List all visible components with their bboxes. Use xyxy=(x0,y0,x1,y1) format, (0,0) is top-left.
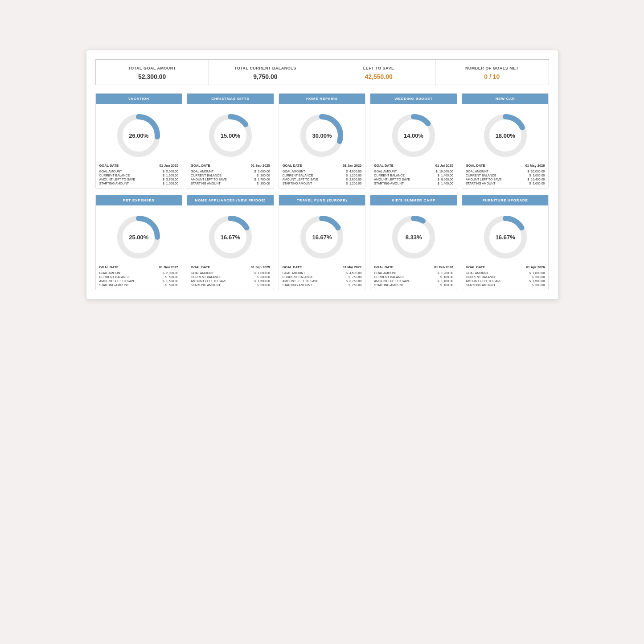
goal-date-label: GOAL DATE xyxy=(374,164,393,168)
detail-dollar-0: $ xyxy=(163,170,164,173)
detail-values-2: $ 1,100.00 xyxy=(438,279,453,283)
detail-value-1: 1,300.00 xyxy=(166,174,178,177)
detail-row-0-3-1: CURRENT BALANCE $ 1,400.00 xyxy=(374,173,453,177)
summary-value-1: 9,750.00 xyxy=(213,73,318,80)
goal-card-header-1-1: HOME APPLIANCES (NEW FRIDGE) xyxy=(187,195,274,205)
detail-label-1: CURRENT BALANCE xyxy=(374,275,405,279)
goal-details-1-2: GOAL DATE01 Mar 2027 GOAL AMOUNT $ 4,500… xyxy=(283,265,362,287)
donut-area-1-2: 16.67% xyxy=(283,213,362,262)
detail-row-0-4-0: GOAL AMOUNT $ 20,000.00 xyxy=(466,169,545,173)
detail-label-2: AMOUNT LEFT TO SAVE xyxy=(283,279,319,283)
goal-card-1-1: HOME APPLIANCES (NEW FRIDGE)16.67%GOAL D… xyxy=(187,195,274,290)
detail-row-0-3-3: STARTING AMOUNT $ 1,400.00 xyxy=(374,181,453,185)
detail-label-1: CURRENT BALANCE xyxy=(283,174,313,177)
detail-values-0: $ 4,000.00 xyxy=(346,170,361,173)
detail-dollar-1: $ xyxy=(349,275,350,279)
summary-cell-3: NUMBER OF GOALS MET 0 / 10 xyxy=(435,60,548,85)
goal-card-body-1-1: 16.67%GOAL DATE01 Sep 2025 GOAL AMOUNT $… xyxy=(187,205,274,290)
detail-value-3: 300.00 xyxy=(535,283,545,287)
detail-row-1-2-0: GOAL AMOUNT $ 4,500.00 xyxy=(283,271,362,275)
goal-card-header-0-4: NEW CAR xyxy=(462,94,549,104)
detail-label-3: STARTING AMOUNT xyxy=(191,283,221,287)
detail-label-0: GOAL AMOUNT xyxy=(99,271,122,275)
goal-date-value: 01 Apr 2026 xyxy=(526,265,545,269)
donut-label-0-3: 14.00% xyxy=(404,132,423,139)
summary-cell-0: TOTAL GOAL AMOUNT 52,300.00 xyxy=(96,60,209,85)
goal-details-0-1: GOAL DATE01 Sep 2025 GOAL AMOUNT $ 2,000… xyxy=(191,164,270,185)
detail-label-2: AMOUNT LEFT TO SAVE xyxy=(191,279,227,283)
goal-details-0-3: GOAL DATE01 Jul 2025 GOAL AMOUNT $ 10,00… xyxy=(374,164,453,185)
detail-dollar-0: $ xyxy=(346,170,348,173)
donut-label-0-4: 18.00% xyxy=(496,132,515,139)
detail-values-2: $ 1,500.00 xyxy=(529,279,545,283)
goal-details-1-1: GOAL DATE01 Sep 2025 GOAL AMOUNT $ 1,800… xyxy=(191,265,270,287)
detail-values-2: $ 1,500.00 xyxy=(254,279,270,283)
detail-values-0: $ 10,000.00 xyxy=(436,170,453,173)
goal-date-label: GOAL DATE xyxy=(99,164,119,168)
goal-date-row-1-3: GOAL DATE01 Feb 2026 xyxy=(374,265,453,269)
goal-details-0-2: GOAL DATE01 Jan 2025 GOAL AMOUNT $ 4,000… xyxy=(283,164,362,185)
detail-row-0-4-3: STARTING AMOUNT $ 3,600.00 xyxy=(466,181,545,185)
detail-dollar-3: $ xyxy=(438,182,439,185)
detail-label-2: AMOUNT LEFT TO SAVE xyxy=(99,279,135,283)
donut-area-0-0: 26.00% xyxy=(99,111,179,160)
goal-card-header-0-2: HOME REPAIRS xyxy=(279,94,365,104)
detail-row-0-1-0: GOAL AMOUNT $ 2,000.00 xyxy=(191,169,270,173)
detail-row-0-2-0: GOAL AMOUNT $ 4,000.00 xyxy=(283,169,362,173)
summary-cell-2: LEFT TO SAVE 42,550.00 xyxy=(322,60,435,85)
detail-row-1-0-3: STARTING AMOUNT $ 500.00 xyxy=(99,283,179,287)
goal-date-value: 01 Sep 2025 xyxy=(251,164,270,168)
donut-label-1-2: 16.67% xyxy=(312,234,332,241)
detail-values-3: $ 1,000.00 xyxy=(163,182,178,185)
detail-label-1: CURRENT BALANCE xyxy=(99,174,130,177)
goal-card-body-1-2: 16.67%GOAL DATE01 Mar 2027 GOAL AMOUNT $… xyxy=(279,205,365,290)
detail-values-0: $ 2,000.00 xyxy=(254,170,270,173)
detail-label-3: STARTING AMOUNT xyxy=(283,182,312,185)
detail-values-2: $ 3,700.00 xyxy=(163,178,178,181)
detail-values-0: $ 5,000.00 xyxy=(163,170,178,173)
donut-area-1-0: 25.00% xyxy=(99,213,179,262)
detail-row-0-4-1: CURRENT BALANCE $ 3,600.00 xyxy=(466,173,545,177)
goal-card-1-4: FURNITURE UPGRADE16.67%GOAL DATE01 Apr 2… xyxy=(462,195,549,290)
goal-date-value: 01 Jan 2025 xyxy=(343,164,361,168)
goal-card-0-3: WEDDING BUDGET14.00%GOAL DATE01 Jul 2025… xyxy=(370,93,457,189)
detail-label-2: AMOUNT LEFT TO SAVE xyxy=(99,178,135,181)
detail-row-0-2-3: STARTING AMOUNT $ 1,200.00 xyxy=(283,181,362,185)
detail-row-1-4-3: STARTING AMOUNT $ 300.00 xyxy=(466,283,545,287)
detail-row-1-0-0: GOAL AMOUNT $ 2,000.00 xyxy=(99,271,179,275)
detail-dollar-3: $ xyxy=(532,283,533,287)
detail-value-1: 1,400.00 xyxy=(441,174,453,177)
detail-value-0: 20,000.00 xyxy=(531,170,545,173)
detail-dollar-0: $ xyxy=(163,271,164,275)
detail-values-2: $ 1,700.00 xyxy=(254,178,270,181)
donut-label-1-0: 25.00% xyxy=(129,234,148,241)
detail-row-0-4-2: AMOUNT LEFT TO SAVE $ 16,400.00 xyxy=(466,177,545,181)
detail-values-2: $ 3,750.00 xyxy=(346,279,361,283)
goal-details-1-4: GOAL DATE01 Apr 2026 GOAL AMOUNT $ 1,800… xyxy=(466,265,545,287)
goal-details-0-4: GOAL DATE01 May 2026 GOAL AMOUNT $ 20,00… xyxy=(466,164,545,185)
detail-dollar-1: $ xyxy=(163,174,164,177)
goal-card-0-2: HOME REPAIRS30.00%GOAL DATE01 Jan 2025 G… xyxy=(279,93,366,189)
detail-dollar-1: $ xyxy=(165,275,167,279)
detail-dollar-1: $ xyxy=(438,174,439,177)
goals-row-1: PET EXPENSES25.00%GOAL DATE01 Nov 2025 G… xyxy=(95,195,549,290)
detail-value-1: 100.00 xyxy=(443,275,453,279)
goal-date-row-0-3: GOAL DATE01 Jul 2025 xyxy=(374,164,453,168)
goal-date-label: GOAL DATE xyxy=(99,265,119,269)
summary-label-2: LEFT TO SAVE xyxy=(326,66,431,70)
detail-dollar-2: $ xyxy=(527,178,529,181)
detail-label-1: CURRENT BALANCE xyxy=(99,275,130,279)
detail-label-2: AMOUNT LEFT TO SAVE xyxy=(466,279,502,283)
summary-label-0: TOTAL GOAL AMOUNT xyxy=(99,66,205,70)
detail-dollar-1: $ xyxy=(257,174,258,177)
summary-label-1: TOTAL CURRENT BALANCES xyxy=(213,66,318,70)
detail-label-3: STARTING AMOUNT xyxy=(191,182,221,185)
detail-value-2: 1,500.00 xyxy=(533,279,545,283)
detail-value-2: 1,100.00 xyxy=(441,279,453,283)
summary-cell-1: TOTAL CURRENT BALANCES 9,750.00 xyxy=(209,60,322,85)
detail-value-3: 1,000.00 xyxy=(166,182,178,185)
goal-card-header-0-3: WEDDING BUDGET xyxy=(370,94,457,104)
detail-value-1: 750.00 xyxy=(352,275,361,279)
detail-row-1-0-2: AMOUNT LEFT TO SAVE $ 1,500.00 xyxy=(99,279,179,283)
detail-value-1: 300.00 xyxy=(260,174,270,177)
